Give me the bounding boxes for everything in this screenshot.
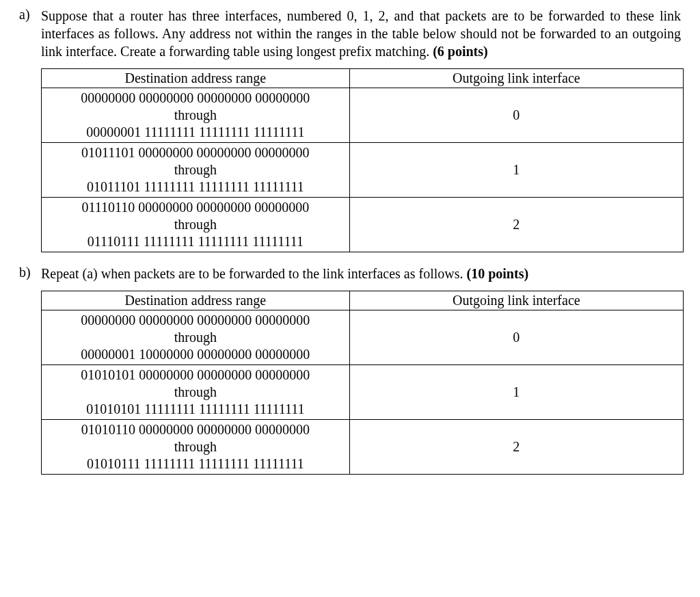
range-wrap: 01110110 00000000 00000000 00000000 thro…: [46, 199, 345, 250]
interface-cell: 2: [349, 420, 683, 475]
table-a-header-row: Destination address range Outgoing link …: [42, 69, 684, 88]
table-a-header-intf: Outgoing link interface: [349, 69, 683, 88]
question-a-points: (6 points): [433, 44, 488, 59]
range-wrap: 00000000 00000000 00000000 00000000 thro…: [46, 90, 345, 141]
interface-cell: 2: [349, 198, 683, 252]
question-a-body: Suppose that a router has three interfac…: [41, 8, 681, 59]
addr-from: 01011101 00000000 00000000 00000000: [81, 144, 310, 161]
addr-to: 00000001 11111111 11111111 11111111: [86, 124, 304, 141]
table-row: 01110110 00000000 00000000 00000000 thro…: [42, 198, 684, 252]
question-b-points: (10 points): [467, 266, 529, 281]
addr-from: 01110110 00000000 00000000 00000000: [81, 199, 309, 216]
addr-to: 01010101 11111111 11111111 11111111: [86, 401, 304, 418]
table-row: 01011101 00000000 00000000 00000000 thro…: [42, 143, 684, 198]
dest-range-cell: 01110110 00000000 00000000 00000000 thro…: [42, 198, 350, 252]
question-b-text: Repeat (a) when packets are to be forwar…: [41, 265, 681, 282]
table-b-header-row: Destination address range Outgoing link …: [42, 291, 684, 310]
range-wrap: 01010110 00000000 00000000 00000000 thro…: [46, 421, 345, 473]
question-a: a) Suppose that a router has three inter…: [19, 7, 681, 60]
interface-cell: 1: [349, 365, 683, 420]
through-label: through: [174, 329, 217, 346]
table-b-header-intf: Outgoing link interface: [349, 291, 683, 310]
interface-cell: 0: [349, 310, 683, 365]
interface-cell: 0: [349, 88, 683, 143]
question-a-text: Suppose that a router has three interfac…: [41, 7, 681, 60]
dest-range-cell: 01011101 00000000 00000000 00000000 thro…: [42, 143, 350, 198]
dest-range-cell: 00000000 00000000 00000000 00000000 thro…: [42, 88, 350, 143]
table-row: 00000000 00000000 00000000 00000000 thro…: [42, 88, 684, 143]
table-a: Destination address range Outgoing link …: [41, 68, 684, 252]
addr-to: 01110111 11111111 11111111 11111111: [88, 233, 304, 250]
through-label: through: [174, 384, 217, 401]
range-wrap: 01011101 00000000 00000000 00000000 thro…: [46, 144, 345, 196]
addr-to: 01011101 11111111 11111111 11111111: [87, 178, 304, 196]
addr-to: 01010111 11111111 11111111 11111111: [87, 455, 304, 473]
dest-range-cell: 00000000 00000000 00000000 00000000 thro…: [42, 310, 350, 365]
table-a-header-dest: Destination address range: [42, 69, 350, 88]
question-b-label: b): [19, 265, 41, 280]
through-label: through: [174, 216, 217, 233]
addr-from: 00000000 00000000 00000000 00000000: [81, 312, 310, 329]
addr-from: 01010110 00000000 00000000 00000000: [81, 421, 310, 438]
through-label: through: [174, 438, 217, 455]
through-label: through: [174, 161, 217, 178]
dest-range-cell: 01010101 00000000 00000000 00000000 thro…: [42, 365, 350, 420]
range-wrap: 00000000 00000000 00000000 00000000 thro…: [46, 312, 345, 363]
table-row: 01010101 00000000 00000000 00000000 thro…: [42, 365, 684, 420]
table-row: 01010110 00000000 00000000 00000000 thro…: [42, 420, 684, 475]
question-b-body: Repeat (a) when packets are to be forwar…: [41, 266, 467, 281]
addr-to: 00000001 10000000 00000000 00000000: [81, 346, 310, 363]
table-b: Destination address range Outgoing link …: [41, 291, 684, 475]
interface-cell: 1: [349, 143, 683, 198]
addr-from: 01010101 00000000 00000000 00000000: [81, 367, 310, 384]
dest-range-cell: 01010110 00000000 00000000 00000000 thro…: [42, 420, 350, 475]
range-wrap: 01010101 00000000 00000000 00000000 thro…: [46, 367, 345, 418]
table-b-header-dest: Destination address range: [42, 291, 350, 310]
through-label: through: [174, 107, 217, 124]
table-row: 00000000 00000000 00000000 00000000 thro…: [42, 310, 684, 365]
addr-from: 00000000 00000000 00000000 00000000: [81, 90, 310, 107]
question-a-label: a): [19, 7, 41, 23]
question-b: b) Repeat (a) when packets are to be for…: [19, 265, 681, 282]
